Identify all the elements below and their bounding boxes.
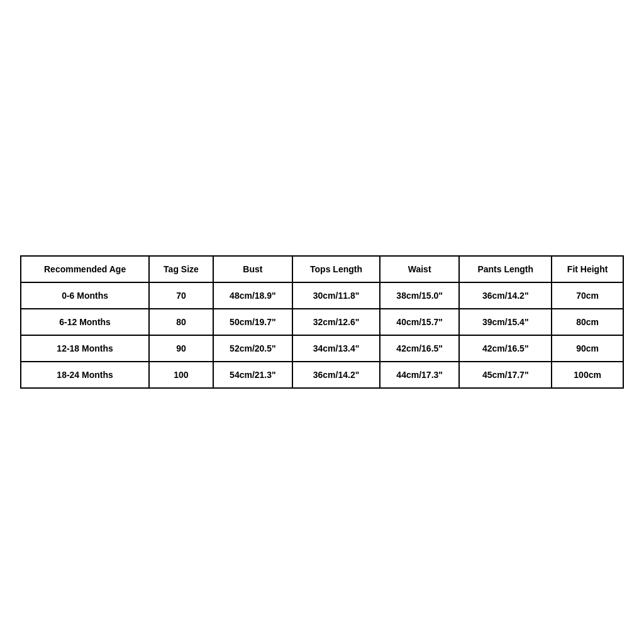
cell-bust: 50cm/19.7" [213,309,292,335]
table-row: 18-24 Months10054cm/21.3"36cm/14.2"44cm/… [21,362,623,388]
cell-pants-length: 36cm/14.2" [459,282,552,309]
cell-fit-height: 70cm [552,282,623,309]
col-header-tops-length: Tops Length [292,256,380,282]
col-header-pants-length: Pants Length [459,256,552,282]
cell-pants-length: 39cm/15.4" [459,309,552,335]
size-chart-container: Recommended Age Tag Size Bust Tops Lengt… [20,255,624,389]
cell-age: 6-12 Months [21,309,149,335]
cell-waist: 40cm/15.7" [380,309,459,335]
cell-bust: 52cm/20.5" [213,335,292,362]
cell-tops-length: 36cm/14.2" [292,362,380,388]
cell-bust: 48cm/18.9" [213,282,292,309]
table-row: 6-12 Months8050cm/19.7"32cm/12.6"40cm/15… [21,309,623,335]
col-header-fit-height: Fit Height [552,256,623,282]
cell-tops-length: 34cm/13.4" [292,335,380,362]
table-row: 0-6 Months7048cm/18.9"30cm/11.8"38cm/15.… [21,282,623,309]
size-chart-table: Recommended Age Tag Size Bust Tops Lengt… [20,255,624,389]
col-header-age: Recommended Age [21,256,149,282]
cell-pants-length: 45cm/17.7" [459,362,552,388]
cell-fit-height: 100cm [552,362,623,388]
cell-age: 18-24 Months [21,362,149,388]
cell-tops-length: 32cm/12.6" [292,309,380,335]
cell-waist: 42cm/16.5" [380,335,459,362]
cell-pants-length: 42cm/16.5" [459,335,552,362]
cell-waist: 44cm/17.3" [380,362,459,388]
cell-waist: 38cm/15.0" [380,282,459,309]
cell-tag-size: 90 [149,335,213,362]
cell-tag-size: 70 [149,282,213,309]
cell-age: 0-6 Months [21,282,149,309]
cell-tag-size: 80 [149,309,213,335]
col-header-bust: Bust [213,256,292,282]
table-header-row: Recommended Age Tag Size Bust Tops Lengt… [21,256,623,282]
table-row: 12-18 Months9052cm/20.5"34cm/13.4"42cm/1… [21,335,623,362]
col-header-waist: Waist [380,256,459,282]
cell-tops-length: 30cm/11.8" [292,282,380,309]
col-header-tag-size: Tag Size [149,256,213,282]
cell-fit-height: 80cm [552,309,623,335]
cell-bust: 54cm/21.3" [213,362,292,388]
cell-tag-size: 100 [149,362,213,388]
cell-fit-height: 90cm [552,335,623,362]
cell-age: 12-18 Months [21,335,149,362]
